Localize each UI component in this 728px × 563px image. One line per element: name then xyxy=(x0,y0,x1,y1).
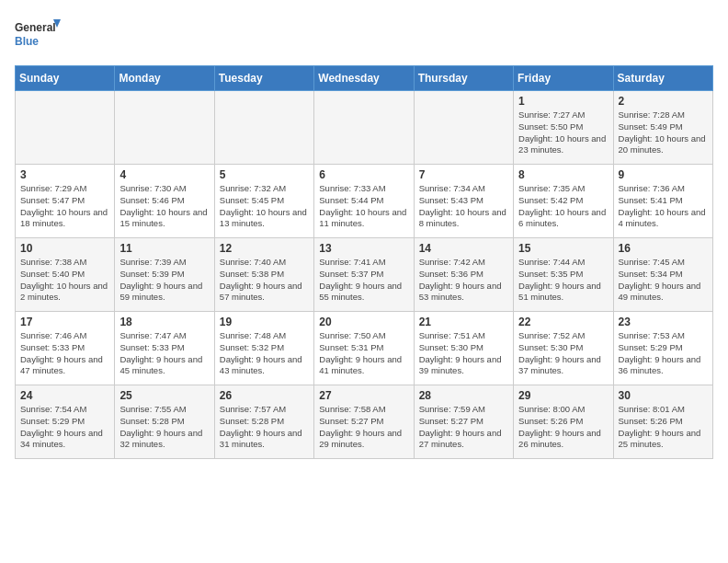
day-number: 8 xyxy=(518,168,608,181)
calendar-week-row: 1Sunrise: 7:27 AM Sunset: 5:50 PM Daylig… xyxy=(16,91,713,165)
calendar-cell: 26Sunrise: 7:57 AM Sunset: 5:28 PM Dayli… xyxy=(214,385,313,459)
calendar-cell: 17Sunrise: 7:46 AM Sunset: 5:33 PM Dayli… xyxy=(16,312,115,385)
day-number: 16 xyxy=(619,242,708,255)
day-number: 27 xyxy=(319,389,408,402)
day-info: Sunrise: 7:27 AM Sunset: 5:50 PM Dayligh… xyxy=(518,109,608,156)
day-number: 10 xyxy=(20,242,109,255)
calendar-cell xyxy=(214,91,313,165)
calendar-cell: 6Sunrise: 7:33 AM Sunset: 5:44 PM Daylig… xyxy=(314,165,414,238)
calendar-cell: 28Sunrise: 7:59 AM Sunset: 5:27 PM Dayli… xyxy=(414,385,513,459)
day-number: 22 xyxy=(518,316,608,328)
calendar-cell: 18Sunrise: 7:47 AM Sunset: 5:33 PM Dayli… xyxy=(115,312,214,385)
day-info: Sunrise: 7:54 AM Sunset: 5:29 PM Dayligh… xyxy=(20,404,109,451)
day-number: 5 xyxy=(220,168,309,181)
day-number: 9 xyxy=(619,168,708,181)
calendar-cell: 2Sunrise: 7:28 AM Sunset: 5:49 PM Daylig… xyxy=(613,91,712,165)
calendar-cell: 22Sunrise: 7:52 AM Sunset: 5:30 PM Dayli… xyxy=(514,312,613,385)
day-info: Sunrise: 7:59 AM Sunset: 5:27 PM Dayligh… xyxy=(419,404,508,451)
day-info: Sunrise: 7:28 AM Sunset: 5:49 PM Dayligh… xyxy=(619,109,708,156)
day-info: Sunrise: 7:41 AM Sunset: 5:37 PM Dayligh… xyxy=(319,257,408,304)
day-info: Sunrise: 7:35 AM Sunset: 5:42 PM Dayligh… xyxy=(518,183,608,230)
calendar-cell: 15Sunrise: 7:44 AM Sunset: 5:35 PM Dayli… xyxy=(514,238,613,312)
day-info: Sunrise: 8:00 AM Sunset: 5:26 PM Dayligh… xyxy=(518,404,608,451)
calendar-cell: 27Sunrise: 7:58 AM Sunset: 5:27 PM Dayli… xyxy=(314,385,414,459)
day-info: Sunrise: 7:45 AM Sunset: 5:34 PM Dayligh… xyxy=(619,257,708,304)
calendar-cell: 11Sunrise: 7:39 AM Sunset: 5:39 PM Dayli… xyxy=(115,238,214,312)
weekday-header-row: SundayMondayTuesdayWednesdayThursdayFrid… xyxy=(16,66,713,91)
day-info: Sunrise: 7:32 AM Sunset: 5:45 PM Dayligh… xyxy=(220,183,309,230)
weekday-header: Wednesday xyxy=(314,66,414,91)
calendar-cell: 4Sunrise: 7:30 AM Sunset: 5:46 PM Daylig… xyxy=(115,165,214,238)
day-number: 6 xyxy=(319,168,408,181)
weekday-header: Tuesday xyxy=(214,66,313,91)
day-info: Sunrise: 7:36 AM Sunset: 5:41 PM Dayligh… xyxy=(619,183,708,230)
calendar-cell: 10Sunrise: 7:38 AM Sunset: 5:40 PM Dayli… xyxy=(16,238,115,312)
calendar-cell xyxy=(414,91,513,165)
calendar-week-row: 24Sunrise: 7:54 AM Sunset: 5:29 PM Dayli… xyxy=(16,385,713,459)
day-info: Sunrise: 7:50 AM Sunset: 5:31 PM Dayligh… xyxy=(319,330,408,377)
calendar-cell: 9Sunrise: 7:36 AM Sunset: 5:41 PM Daylig… xyxy=(613,165,712,238)
day-info: Sunrise: 7:55 AM Sunset: 5:28 PM Dayligh… xyxy=(119,404,209,451)
calendar-cell xyxy=(16,91,115,165)
day-number: 21 xyxy=(419,316,508,328)
calendar-cell: 5Sunrise: 7:32 AM Sunset: 5:45 PM Daylig… xyxy=(214,165,313,238)
weekday-header: Sunday xyxy=(16,66,115,91)
calendar-cell: 24Sunrise: 7:54 AM Sunset: 5:29 PM Dayli… xyxy=(16,385,115,459)
day-info: Sunrise: 7:57 AM Sunset: 5:28 PM Dayligh… xyxy=(220,404,309,451)
day-number: 7 xyxy=(419,168,508,181)
day-number: 24 xyxy=(20,389,109,402)
day-number: 19 xyxy=(220,316,309,328)
day-number: 17 xyxy=(20,316,109,328)
day-number: 14 xyxy=(419,242,508,255)
day-number: 1 xyxy=(518,95,608,108)
day-number: 3 xyxy=(20,168,109,181)
day-number: 2 xyxy=(619,95,708,108)
calendar-cell xyxy=(314,91,414,165)
day-number: 12 xyxy=(220,242,309,255)
day-info: Sunrise: 7:40 AM Sunset: 5:38 PM Dayligh… xyxy=(220,257,309,304)
weekday-header: Monday xyxy=(115,66,214,91)
calendar-cell: 23Sunrise: 7:53 AM Sunset: 5:29 PM Dayli… xyxy=(613,312,712,385)
svg-text:General: General xyxy=(15,21,56,34)
day-number: 11 xyxy=(119,242,209,255)
day-number: 30 xyxy=(619,389,708,402)
day-number: 20 xyxy=(319,316,408,328)
day-info: Sunrise: 7:38 AM Sunset: 5:40 PM Dayligh… xyxy=(20,257,109,304)
page-header: General Blue xyxy=(15,15,713,56)
day-info: Sunrise: 7:42 AM Sunset: 5:36 PM Dayligh… xyxy=(419,257,508,304)
day-info: Sunrise: 7:39 AM Sunset: 5:39 PM Dayligh… xyxy=(119,257,209,304)
calendar-week-row: 10Sunrise: 7:38 AM Sunset: 5:40 PM Dayli… xyxy=(16,238,713,312)
weekday-header: Thursday xyxy=(414,66,513,91)
day-info: Sunrise: 7:51 AM Sunset: 5:30 PM Dayligh… xyxy=(419,330,508,377)
calendar-cell: 30Sunrise: 8:01 AM Sunset: 5:26 PM Dayli… xyxy=(613,385,712,459)
day-info: Sunrise: 7:29 AM Sunset: 5:47 PM Dayligh… xyxy=(20,183,109,230)
calendar-cell: 20Sunrise: 7:50 AM Sunset: 5:31 PM Dayli… xyxy=(314,312,414,385)
day-number: 29 xyxy=(518,389,608,402)
weekday-header: Friday xyxy=(514,66,613,91)
calendar-cell: 14Sunrise: 7:42 AM Sunset: 5:36 PM Dayli… xyxy=(414,238,513,312)
calendar-cell: 29Sunrise: 8:00 AM Sunset: 5:26 PM Dayli… xyxy=(514,385,613,459)
day-info: Sunrise: 7:44 AM Sunset: 5:35 PM Dayligh… xyxy=(518,257,608,304)
calendar-cell xyxy=(115,91,214,165)
calendar-cell: 12Sunrise: 7:40 AM Sunset: 5:38 PM Dayli… xyxy=(214,238,313,312)
calendar-cell: 25Sunrise: 7:55 AM Sunset: 5:28 PM Dayli… xyxy=(115,385,214,459)
logo-svg: General Blue xyxy=(15,15,61,56)
day-info: Sunrise: 8:01 AM Sunset: 5:26 PM Dayligh… xyxy=(619,404,708,451)
logo: General Blue xyxy=(15,15,61,56)
day-info: Sunrise: 7:52 AM Sunset: 5:30 PM Dayligh… xyxy=(518,330,608,377)
calendar-cell: 19Sunrise: 7:48 AM Sunset: 5:32 PM Dayli… xyxy=(214,312,313,385)
calendar-cell: 1Sunrise: 7:27 AM Sunset: 5:50 PM Daylig… xyxy=(514,91,613,165)
weekday-header: Saturday xyxy=(613,66,712,91)
day-info: Sunrise: 7:30 AM Sunset: 5:46 PM Dayligh… xyxy=(119,183,209,230)
day-number: 15 xyxy=(518,242,608,255)
calendar-cell: 13Sunrise: 7:41 AM Sunset: 5:37 PM Dayli… xyxy=(314,238,414,312)
svg-text:Blue: Blue xyxy=(15,35,39,48)
day-number: 28 xyxy=(419,389,508,402)
day-info: Sunrise: 7:47 AM Sunset: 5:33 PM Dayligh… xyxy=(119,330,209,377)
day-number: 18 xyxy=(119,316,209,328)
day-number: 23 xyxy=(619,316,708,328)
calendar-table: SundayMondayTuesdayWednesdayThursdayFrid… xyxy=(15,65,713,459)
calendar-cell: 21Sunrise: 7:51 AM Sunset: 5:30 PM Dayli… xyxy=(414,312,513,385)
day-info: Sunrise: 7:58 AM Sunset: 5:27 PM Dayligh… xyxy=(319,404,408,451)
day-number: 4 xyxy=(119,168,209,181)
